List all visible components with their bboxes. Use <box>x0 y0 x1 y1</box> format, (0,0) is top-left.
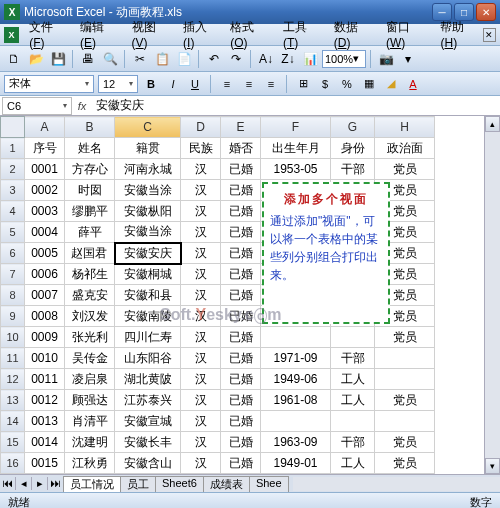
align-right-button[interactable]: ≡ <box>262 75 280 93</box>
align-left-button[interactable]: ≡ <box>218 75 236 93</box>
cell[interactable]: 已婚 <box>221 180 261 201</box>
col-header[interactable]: B <box>65 117 115 138</box>
font-combo[interactable]: 宋体▾ <box>4 75 94 93</box>
cell[interactable]: 四川仁寿 <box>115 327 181 348</box>
cell[interactable]: 安徽含山 <box>115 453 181 474</box>
cell[interactable]: 党员 <box>375 453 435 474</box>
row-header[interactable]: 10 <box>1 327 25 348</box>
cell[interactable]: 安徽安庆 <box>115 243 181 264</box>
tab-next-button[interactable]: ▸ <box>32 477 48 490</box>
cell[interactable]: 汉 <box>181 222 221 243</box>
cell[interactable]: 干部 <box>331 348 375 369</box>
cell[interactable]: 已婚 <box>221 348 261 369</box>
menu-item[interactable]: 数据(D) <box>330 17 376 52</box>
cell[interactable]: 安徽滁州 <box>115 474 181 475</box>
workbook-icon[interactable]: X <box>4 27 19 43</box>
header-cell[interactable]: 序号 <box>25 138 65 159</box>
row-header[interactable]: 1 <box>1 138 25 159</box>
row-header[interactable]: 16 <box>1 453 25 474</box>
cell[interactable]: 0011 <box>25 369 65 390</box>
cell[interactable]: 安徽宣城 <box>115 411 181 432</box>
col-header[interactable]: G <box>331 117 375 138</box>
cell[interactable]: 干部 <box>331 432 375 453</box>
cell[interactable]: 汉 <box>181 180 221 201</box>
cell[interactable]: 0005 <box>25 243 65 264</box>
menu-item[interactable]: 文件(F) <box>25 17 70 52</box>
cell[interactable]: 汉 <box>181 390 221 411</box>
cell[interactable]: 1961-08 <box>261 390 331 411</box>
cell[interactable] <box>331 327 375 348</box>
row-header[interactable]: 5 <box>1 222 25 243</box>
zoom-combo[interactable]: 100%▾ <box>322 50 366 68</box>
cell[interactable]: 0002 <box>25 180 65 201</box>
align-center-button[interactable]: ≡ <box>240 75 258 93</box>
undo-button[interactable]: ↶ <box>204 49 224 69</box>
cell[interactable] <box>261 411 331 432</box>
menu-item[interactable]: 窗口(W) <box>382 17 431 52</box>
tab-prev-button[interactable]: ◂ <box>16 477 32 490</box>
cell[interactable]: 1971-09 <box>261 348 331 369</box>
cell[interactable]: 安徽桐城 <box>115 264 181 285</box>
paste-button[interactable]: 📄 <box>174 49 194 69</box>
row-header[interactable]: 9 <box>1 306 25 327</box>
scroll-up-button[interactable]: ▴ <box>485 116 500 132</box>
col-header[interactable]: D <box>181 117 221 138</box>
cell[interactable]: 已婚 <box>221 264 261 285</box>
name-box[interactable]: C6▾ <box>2 97 72 115</box>
cell[interactable]: 0007 <box>25 285 65 306</box>
borders-button[interactable]: ▦ <box>360 75 378 93</box>
cell[interactable]: 凌启泉 <box>65 369 115 390</box>
col-header[interactable]: E <box>221 117 261 138</box>
row-header[interactable]: 4 <box>1 201 25 222</box>
header-cell[interactable]: 姓名 <box>65 138 115 159</box>
row-header[interactable]: 13 <box>1 390 25 411</box>
preview-button[interactable]: 🔍 <box>100 49 120 69</box>
row-header[interactable]: 15 <box>1 432 25 453</box>
col-header[interactable]: A <box>25 117 65 138</box>
col-header[interactable]: H <box>375 117 435 138</box>
row-header[interactable]: 6 <box>1 243 25 264</box>
cell[interactable]: 0003 <box>25 201 65 222</box>
scroll-down-button[interactable]: ▾ <box>485 458 500 474</box>
cell[interactable]: 赵国君 <box>65 243 115 264</box>
vertical-scrollbar[interactable]: ▴ ▾ <box>484 116 500 474</box>
bold-button[interactable]: B <box>142 75 160 93</box>
tab-last-button[interactable]: ⏭ <box>48 477 64 490</box>
col-header[interactable]: F <box>261 117 331 138</box>
sheet-tab[interactable]: 员工情况 <box>63 476 121 492</box>
cell[interactable]: 已婚 <box>221 474 261 475</box>
menu-item[interactable]: 视图(V) <box>128 17 173 52</box>
row-header[interactable]: 17 <box>1 474 25 475</box>
formula-input[interactable]: 安徽安庆 <box>92 97 500 114</box>
header-cell[interactable]: 婚否 <box>221 138 261 159</box>
cell[interactable]: 汉 <box>181 327 221 348</box>
row-header[interactable]: 12 <box>1 369 25 390</box>
cell[interactable]: 汉 <box>181 159 221 180</box>
sheet-tab[interactable]: 成绩表 <box>203 476 250 492</box>
font-color-button[interactable]: A <box>404 75 422 93</box>
cell[interactable]: 已婚 <box>221 222 261 243</box>
cell[interactable] <box>375 369 435 390</box>
fill-color-button[interactable]: ◢ <box>382 75 400 93</box>
open-button[interactable]: 📂 <box>26 49 46 69</box>
italic-button[interactable]: I <box>164 75 182 93</box>
cell[interactable]: 0013 <box>25 411 65 432</box>
cell[interactable]: 汉 <box>181 453 221 474</box>
cell[interactable]: 薛平 <box>65 222 115 243</box>
cell[interactable]: 已婚 <box>221 243 261 264</box>
cell[interactable]: 已婚 <box>221 285 261 306</box>
cell[interactable]: 已婚 <box>221 390 261 411</box>
cell[interactable]: 汉 <box>181 411 221 432</box>
header-cell[interactable]: 政治面 <box>375 138 435 159</box>
cell[interactable]: 沈建明 <box>65 432 115 453</box>
cell[interactable]: 0004 <box>25 222 65 243</box>
options-button[interactable]: ▾ <box>398 49 418 69</box>
cell[interactable]: 1949-01 <box>261 453 331 474</box>
sheet-tab[interactable]: 员工 <box>120 476 156 492</box>
cell[interactable]: 汉 <box>181 306 221 327</box>
cell[interactable]: 0001 <box>25 159 65 180</box>
menu-item[interactable]: 编辑(E) <box>76 17 121 52</box>
cell[interactable]: 党员 <box>375 159 435 180</box>
cell[interactable] <box>331 411 375 432</box>
cell[interactable]: 汉 <box>181 369 221 390</box>
